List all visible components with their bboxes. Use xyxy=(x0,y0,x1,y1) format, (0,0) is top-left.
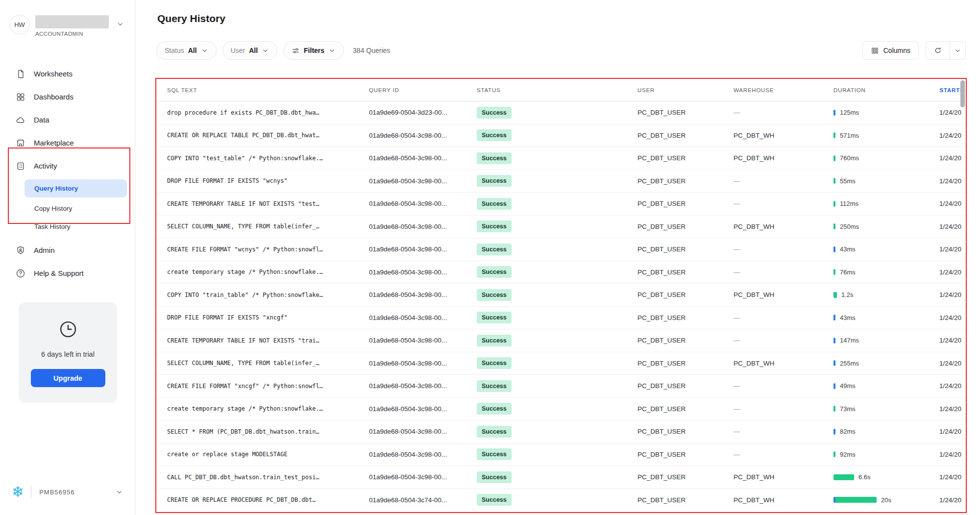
sidebar-item-data[interactable]: Data xyxy=(0,108,135,131)
column-header-warehouse[interactable]: WAREHOUSE xyxy=(734,87,833,93)
table-row[interactable]: DROP FILE FORMAT IF EXISTS "xncgf"01a9de… xyxy=(156,307,966,330)
column-header-user[interactable]: USER xyxy=(637,87,734,93)
table-row[interactable]: create or replace stage MODELSTAGE01a9de… xyxy=(156,443,966,466)
cell-user: PC_DBT_USER xyxy=(637,496,734,504)
table-row[interactable]: SELECT * FROM (PC_DBT_DB.dbt_hwatson.tra… xyxy=(156,420,966,443)
cell-sql-text: CALL PC_DBT_DB.dbt_hwatson.train_test_po… xyxy=(167,474,369,481)
cell-user: PC_DBT_USER xyxy=(637,360,734,367)
cell-start-time: 1/24/20 xyxy=(939,451,966,458)
cell-sql-text: CREATE TEMPORARY TABLE IF NOT EXISTS "tr… xyxy=(167,337,369,344)
chevron-down-icon xyxy=(954,47,961,54)
cell-sql-text: create temporary stage /* Python:snowfla… xyxy=(167,405,369,412)
cell-sql-text: create temporary stage /* Python:snowfla… xyxy=(167,269,369,275)
table-body: drop procedure if exists PC_DBT_DB.dbt_h… xyxy=(156,101,966,512)
chevron-down-icon xyxy=(328,47,336,54)
account-name-redacted xyxy=(35,15,109,28)
duration-bar xyxy=(833,246,835,252)
chevron-down-icon[interactable] xyxy=(116,489,123,496)
table-row[interactable]: CREATE FILE FORMAT "wcnys" /* Python:sno… xyxy=(156,238,966,261)
cell-query-id: 01a9de68-0504-3c98-00... xyxy=(369,360,477,367)
sidebar-item-worksheets[interactable]: Worksheets xyxy=(0,62,135,85)
table-row[interactable]: CREATE TEMPORARY TABLE IF NOT EXISTS "te… xyxy=(156,193,966,216)
status-badge: Success xyxy=(477,312,512,323)
cell-status: Success xyxy=(477,175,637,187)
status-badge: Success xyxy=(477,403,512,415)
cell-status: Success xyxy=(477,312,637,323)
column-header-query-id[interactable]: QUERY ID xyxy=(369,87,477,93)
vertical-scrollbar[interactable] xyxy=(960,80,965,107)
shield-badge-icon xyxy=(16,245,25,255)
sidebar-item-admin[interactable]: Admin xyxy=(0,239,135,262)
columns-button[interactable]: Columns xyxy=(862,41,919,60)
duration-bar xyxy=(833,315,835,320)
status-badge: Success xyxy=(477,129,512,141)
refresh-dropdown-button[interactable] xyxy=(950,42,965,59)
cell-status: Success xyxy=(477,152,637,164)
cell-query-id: 01a9de68-0504-3c74-00... xyxy=(369,496,477,504)
refresh-split-button xyxy=(926,41,966,60)
cell-warehouse: PC_DBT_WH xyxy=(734,360,833,367)
filters-button[interactable]: Filters xyxy=(283,41,344,60)
table-row[interactable]: CALL PC_DBT_DB.dbt_hwatson.train_test_po… xyxy=(156,466,966,489)
table-row[interactable]: COPY INTO "test_table" /* Python:snowfla… xyxy=(156,147,966,170)
duration-bar xyxy=(833,383,835,389)
cell-duration: 73ms xyxy=(833,405,939,413)
duration-label: 571ms xyxy=(840,132,859,139)
status-badge: Success xyxy=(477,107,512,119)
sidebar-item-activity[interactable]: Activity xyxy=(0,154,135,177)
table-row[interactable]: COPY INTO "train_table" /* Python:snowfl… xyxy=(156,284,966,307)
main-content: Query History Status All User All Filter… xyxy=(136,0,980,515)
user-filter-value: All xyxy=(249,47,258,54)
cell-duration: 6.6s xyxy=(833,473,939,481)
cell-status: Success xyxy=(477,448,637,460)
table-row[interactable]: SELECT COLUMN_NAME, TYPE FROM table(infe… xyxy=(156,216,966,239)
user-filter[interactable]: User All xyxy=(222,41,277,60)
duration-bar xyxy=(833,360,835,366)
cell-start-time: 1/24/20 xyxy=(939,314,966,321)
clock-icon xyxy=(58,319,78,340)
column-header-sql-text[interactable]: SQL TEXT xyxy=(167,87,369,93)
sidebar-item-copy-history[interactable]: Copy History xyxy=(0,199,135,218)
cell-status: Success xyxy=(477,471,637,483)
column-header-status[interactable]: STATUS xyxy=(477,87,637,93)
table-row[interactable]: create temporary stage /* Python:snowfla… xyxy=(156,261,966,284)
sidebar-item-help-support[interactable]: Help & Support xyxy=(0,262,135,285)
cell-start-time: 1/24/20 xyxy=(939,269,966,276)
refresh-button[interactable] xyxy=(926,42,950,59)
table-row[interactable]: CREATE OR REPLACE PROCEDURE PC_DBT_DB.db… xyxy=(156,489,966,512)
duration-label: 250ms xyxy=(840,223,859,230)
cell-status: Success xyxy=(477,221,637,232)
sidebar-item-query-history[interactable]: Query History xyxy=(24,179,127,197)
column-header-duration[interactable]: DURATION xyxy=(833,87,939,93)
table-row[interactable]: CREATE FILE FORMAT "xncgf" /* Python:sno… xyxy=(156,375,966,398)
table-row[interactable]: create temporary stage /* Python:snowfla… xyxy=(156,398,966,421)
sidebar-item-dashboards[interactable]: Dashboards xyxy=(0,85,135,108)
cloud-icon xyxy=(16,115,25,125)
sidebar-item-label: Activity xyxy=(34,162,57,170)
snowflake-app: HW ACCOUNTADMIN Worksheets Dashboards Da… xyxy=(0,0,980,515)
sidebar-footer: ❄ PMB56956 xyxy=(0,485,135,515)
cell-status: Success xyxy=(477,289,637,301)
table-row[interactable]: drop procedure if exists PC_DBT_DB.dbt_h… xyxy=(156,101,966,124)
sidebar-item-label: Dashboards xyxy=(34,93,74,101)
cell-user: PC_DBT_USER xyxy=(637,109,734,116)
cell-duration: 112ms xyxy=(833,200,939,207)
sidebar-item-marketplace[interactable]: Marketplace xyxy=(0,131,135,154)
status-filter[interactable]: Status All xyxy=(156,41,217,60)
duration-bar xyxy=(833,338,835,343)
table-row[interactable]: CREATE TEMPORARY TABLE IF NOT EXISTS "tr… xyxy=(156,329,966,352)
account-selector[interactable]: HW ACCOUNTADMIN xyxy=(0,0,135,37)
cell-start-time: 1/24/20 xyxy=(939,405,966,413)
upgrade-button[interactable]: Upgrade xyxy=(31,369,105,387)
queries-count: 384 Queries xyxy=(353,47,390,54)
sidebar-item-task-history[interactable]: Task History xyxy=(0,218,135,236)
cell-duration: 76ms xyxy=(833,269,939,276)
cell-sql-text: CREATE FILE FORMAT "wcnys" /* Python:sno… xyxy=(167,246,369,253)
table-row[interactable]: SELECT COLUMN_NAME, TYPE FROM table(infe… xyxy=(156,352,966,375)
cell-status: Success xyxy=(477,426,637,438)
table-row[interactable]: CREATE OR REPLACE TABLE PC_DBT_DB.dbt_hw… xyxy=(156,124,966,147)
cell-user: PC_DBT_USER xyxy=(637,428,734,435)
duration-label: 82ms xyxy=(840,428,856,435)
table-row[interactable]: DROP FILE FORMAT IF EXISTS "wcnys"01a9de… xyxy=(156,170,966,193)
cell-user: PC_DBT_USER xyxy=(637,245,734,253)
